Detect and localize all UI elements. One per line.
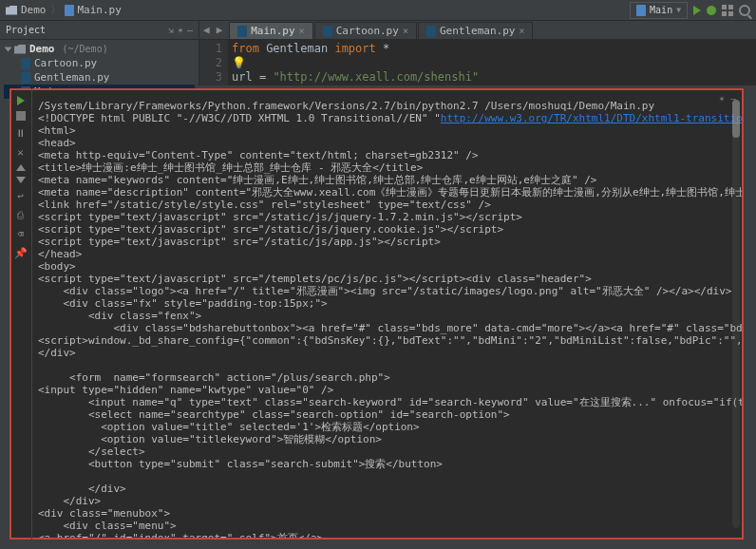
project-tool-header[interactable]: Project ⇲ ✶ – xyxy=(0,21,198,40)
tab-label: Main.py xyxy=(251,25,294,37)
folder-icon xyxy=(14,45,26,54)
project-folder-icon xyxy=(6,6,17,15)
pin-button[interactable]: 📌 xyxy=(14,246,28,259)
scroll-down-button[interactable] xyxy=(16,177,26,183)
breadcrumb-separator: 〉 xyxy=(50,3,61,17)
collapse-icon[interactable]: ⇲ xyxy=(168,25,174,35)
python-file-icon xyxy=(426,26,436,37)
code-editor[interactable]: 1 2 3 4 from Gentleman import * 💡 url = … xyxy=(199,40,756,85)
close-icon[interactable]: × xyxy=(519,26,524,36)
scroll-up-button[interactable] xyxy=(16,164,26,171)
clear-button[interactable]: ⌫ xyxy=(14,227,28,240)
tree-root-name: Demo xyxy=(29,43,55,55)
vertical-scrollbar[interactable] xyxy=(732,100,740,528)
gutter: 1 2 3 4 xyxy=(199,40,228,85)
tree-file[interactable]: Cartoon.py xyxy=(4,56,195,70)
editor-area: ◀ ▶ Main.py × Cartoon.py × Gentleman.py … xyxy=(199,21,756,85)
tree-root-path: (~/Demo) xyxy=(63,44,108,54)
close-icon[interactable]: × xyxy=(299,26,305,36)
python-file-icon xyxy=(323,26,332,37)
file-icon xyxy=(65,5,74,16)
bulb-icon[interactable]: 💡 xyxy=(232,56,246,69)
settings-icon[interactable]: ✶ xyxy=(178,25,183,35)
tab-label: Gentleman.py xyxy=(440,25,515,37)
editor-tab[interactable]: Main.py × xyxy=(229,22,312,39)
breadcrumb-toolbar: Demo 〉 Main.py Main ▼ xyxy=(0,0,756,21)
tree-file[interactable]: Gentleman.py xyxy=(4,70,195,85)
editor-tabs: ◀ ▶ Main.py × Cartoon.py × Gentleman.py … xyxy=(199,21,756,40)
file-icon xyxy=(636,5,646,16)
console-output[interactable]: /System/Library/Frameworks/Python.framew… xyxy=(11,90,742,538)
console-cmd: /System/Library/Frameworks/Python.framew… xyxy=(38,100,654,112)
tab-label: Cartoon.py xyxy=(336,25,399,37)
grid-icon[interactable] xyxy=(722,5,733,16)
tree-file-name: Gentleman.py xyxy=(34,71,109,84)
tree-file-name: Cartoon.py xyxy=(34,57,97,69)
console-line: <!DOCTYPE html PUBLIC "-//W3C//DTD XHTML… xyxy=(38,112,441,124)
tree-root[interactable]: Demo (~/Demo) xyxy=(4,42,195,56)
debug-button[interactable] xyxy=(707,6,716,15)
python-file-icon xyxy=(21,72,30,84)
run-button[interactable] xyxy=(693,6,701,15)
editor-tab[interactable]: Cartoon.py × xyxy=(314,22,417,39)
code-content[interactable]: from Gentleman import * 💡 url = "http://… xyxy=(228,40,538,85)
project-tool-title: Project xyxy=(6,25,46,35)
line-number: 2 xyxy=(199,56,222,70)
search-icon[interactable] xyxy=(739,5,750,16)
rerun-button[interactable] xyxy=(17,96,25,105)
close-icon[interactable]: × xyxy=(403,26,408,36)
run-config-dropdown[interactable]: Main ▼ xyxy=(630,2,688,19)
pause-button[interactable]: ⏸ xyxy=(14,126,28,140)
run-config-label: Main xyxy=(650,5,672,15)
line-number: 3 xyxy=(199,70,222,85)
stop-button[interactable] xyxy=(16,111,26,121)
run-tool-window[interactable]: ✶ – /System/Library/Frameworks/Python.fr… xyxy=(9,88,744,540)
project-sidebar: Project ⇲ ✶ – Demo (~/Demo) Cartoon.py G… xyxy=(0,21,199,85)
breadcrumb-project[interactable]: Demo xyxy=(21,4,47,16)
chevron-down-icon: ▼ xyxy=(676,6,681,14)
line-number: 4 xyxy=(199,85,222,85)
soft-wrap-button[interactable]: ↩ xyxy=(14,189,28,202)
print-button[interactable]: ⎙ xyxy=(14,208,28,221)
python-file-icon xyxy=(21,58,30,69)
python-file-icon xyxy=(237,26,247,37)
scrollbar-thumb[interactable] xyxy=(732,100,740,138)
breadcrumb-file[interactable]: Main.py xyxy=(78,4,122,16)
close-button[interactable]: ✕ xyxy=(14,145,28,159)
tab-scroll-right[interactable]: ▶ xyxy=(217,24,223,36)
hide-icon[interactable]: – xyxy=(187,25,193,35)
editor-tab[interactable]: Gentleman.py × xyxy=(418,22,534,39)
line-number: 1 xyxy=(199,42,222,56)
expand-icon[interactable] xyxy=(5,47,12,51)
tab-scroll-left[interactable]: ◀ xyxy=(203,24,210,36)
console-body: "> <html> <head> <meta http-equiv="Conte… xyxy=(38,112,742,538)
dtd-link[interactable]: http://www.w3.org/TR/xhtml1/DTD/xhtml1-t… xyxy=(441,112,742,124)
